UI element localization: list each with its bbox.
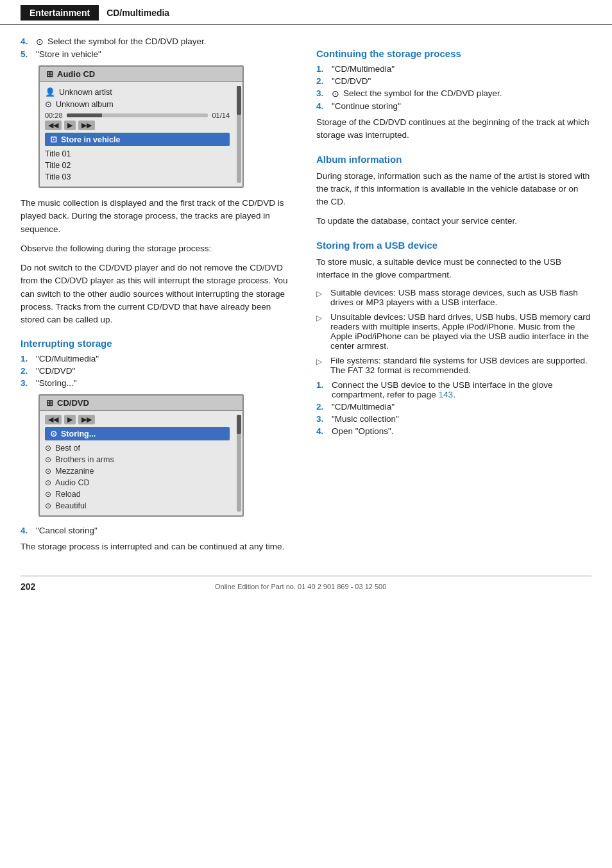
usb-step-4: 4. Open "Options".: [316, 426, 591, 436]
usb-bullet-1-text: Suitable devices: USB mass storage devic…: [330, 288, 591, 307]
next-btn[interactable]: ▶▶: [78, 121, 95, 130]
para-2: Observe the following during the storage…: [21, 242, 296, 255]
usb-bullet-1: ▷ Suitable devices: USB mass storage dev…: [316, 288, 591, 307]
step-5-num: 5.: [21, 49, 32, 59]
cont-step-3: 3. ⊙ Select the symbol for the CD/DVD pl…: [316, 88, 591, 99]
album-para-1: During storage, information such as the …: [316, 170, 591, 209]
usb-step-4-num: 4.: [316, 426, 328, 436]
progress-fill: [67, 113, 102, 117]
tab-entertainment[interactable]: Entertainment: [21, 5, 99, 21]
usb-step-4-text: Open "Options".: [332, 426, 394, 436]
store-icon: ⊡: [50, 135, 57, 144]
page-143-link[interactable]: 143: [439, 390, 454, 399]
left-column: 4. ⊙ Select the symbol for the CD/DVD pl…: [21, 37, 296, 560]
int-step-2-text: "CD/DVD": [36, 366, 75, 376]
cont-step-4-num: 4.: [316, 101, 328, 111]
int-step-3-num: 3.: [21, 378, 32, 388]
bullet-arrow-2: ▷: [316, 313, 325, 322]
para-3: Do not switch to the CD/DVD player and d…: [21, 262, 296, 326]
mezzanine-icon: ⊙: [45, 467, 51, 476]
cont-step-2: 2. "CD/DVD": [316, 76, 591, 86]
usb-step-2: 2. "CD/Multimedia": [316, 402, 591, 412]
cd-play-btn[interactable]: ▶: [64, 415, 76, 424]
time-left: 00:28: [45, 112, 63, 119]
right-column: Continuing the storage process 1. "CD/Mu…: [316, 37, 591, 560]
cont-step-3-num: 3.: [316, 88, 328, 98]
scrollbar-thumb: [237, 86, 241, 115]
bullet-arrow-1: ▷: [316, 289, 325, 298]
usb-step-1: 1. Connect the USB device to the USB int…: [316, 380, 591, 399]
cont-step-3-icon: ⊙: [332, 88, 339, 99]
brothers-row: ⊙ Brothers in arms: [45, 454, 230, 465]
storing-item[interactable]: ⊙ Storing...: [45, 427, 230, 440]
usb-step-3-num: 3.: [316, 414, 328, 424]
progress-row: 00:28 01/14: [45, 110, 230, 121]
para-1: The music collection is displayed and th…: [21, 197, 296, 236]
brothers-icon: ⊙: [45, 455, 51, 464]
audio-cd-row: ⊙ Audio CD: [45, 477, 230, 488]
cont-step-2-text: "CD/DVD": [332, 76, 371, 86]
usb-step-2-text: "CD/Multimedia": [332, 402, 395, 412]
storing-icon: ⊙: [50, 429, 57, 438]
int-step-1-text: "CD/Multimedia": [36, 354, 99, 363]
usb-bullet-3: ▷ File systems: standard file systems fo…: [316, 356, 591, 375]
int-step-4: 4. "Cancel storing": [21, 526, 296, 535]
best-of-icon: ⊙: [45, 444, 51, 453]
cont-step-2-num: 2.: [316, 76, 328, 86]
footer-note: Online Edition for Part no. 01 40 2 901 …: [35, 583, 566, 590]
album-row: ⊙ Unknown album: [45, 98, 230, 110]
usb-step-3-text: "Music collection": [332, 414, 399, 424]
progress-bar: [67, 113, 208, 117]
title3-row: Title 03: [45, 171, 230, 183]
cd-dvd-icon: ⊞: [46, 398, 53, 408]
para-4: The storage process is interrupted and c…: [21, 540, 296, 553]
play-btn[interactable]: ▶: [64, 121, 76, 130]
album-info-heading: Album information: [316, 154, 591, 165]
cont-step-4-text: "Continue storing": [332, 101, 401, 111]
usb-bullet-2-text: Unsuitable devices: USB hard drives, USB…: [330, 312, 591, 351]
prev-btn[interactable]: ◀◀: [45, 121, 62, 130]
int-step-2: 2. "CD/DVD": [21, 366, 296, 376]
usb-bullet-3-text: File systems: standard file systems for …: [330, 356, 591, 375]
scrollbar[interactable]: [237, 86, 241, 183]
tab-cd-multimedia[interactable]: CD/multimedia: [106, 8, 169, 18]
store-in-vehicle-item[interactable]: ⊡ Store in vehicle: [45, 133, 230, 146]
interrupting-heading: Interrupting storage: [21, 338, 296, 349]
bullet-arrow-3: ▷: [316, 357, 325, 366]
reload-row: ⊙ Reload: [45, 488, 230, 500]
page-footer: 202 Online Edition for Part no. 01 40 2 …: [21, 576, 591, 597]
cont-step-3-text: Select the symbol for the CD/DVD player.: [343, 88, 502, 98]
audio-cd-row-icon: ⊙: [45, 478, 51, 487]
beautiful-row: ⊙ Beautiful: [45, 500, 230, 512]
audio-cd-title: ⊞ Audio CD: [40, 67, 242, 82]
album-text: Unknown album: [56, 100, 114, 109]
int-step-1: 1. "CD/Multimedia": [21, 354, 296, 363]
int-step-3: 3. "Storing...": [21, 378, 296, 388]
int-step-2-num: 2.: [21, 366, 32, 376]
cont-step-1-num: 1.: [316, 64, 328, 74]
usb-bullet-2: ▷ Unsuitable devices: USB hard drives, U…: [316, 312, 591, 351]
audio-cd-icon: ⊞: [46, 69, 53, 79]
usb-step-2-num: 2.: [316, 402, 328, 412]
title2-row: Title 02: [45, 160, 230, 171]
step-5-text: "Store in vehicle": [36, 49, 101, 59]
album-icon: ⊙: [45, 99, 52, 109]
cd-next-btn[interactable]: ▶▶: [78, 415, 95, 424]
audio-cd-mockup: ⊞ Audio CD 👤 Unknown artist ⊙ Unknown al…: [38, 65, 244, 188]
cd-dvd-scrollbar-thumb: [237, 415, 241, 434]
cont-step-1-text: "CD/Multimedia": [332, 64, 395, 74]
usb-heading: Storing from a USB device: [316, 240, 591, 251]
cd-prev-btn[interactable]: ◀◀: [45, 415, 62, 424]
int-step-1-num: 1.: [21, 354, 32, 363]
title1-row: Title 01: [45, 148, 230, 160]
cont-step-4: 4. "Continue storing": [316, 101, 591, 111]
step-4: 4. ⊙ Select the symbol for the CD/DVD pl…: [21, 37, 296, 47]
step-5: 5. "Store in vehicle": [21, 49, 296, 59]
cd-dvd-mockup: ⊞ CD/DVD ◀◀ ▶ ▶▶ ⊙ Storing...: [38, 394, 244, 517]
artist-icon: 👤: [45, 87, 55, 97]
cont-para: Storage of the CD/DVD continues at the b…: [316, 116, 591, 142]
int-step-4-num: 4.: [21, 526, 32, 535]
cd-dvd-scrollbar[interactable]: [237, 415, 241, 512]
continuing-heading: Continuing the storage process: [316, 48, 591, 59]
beautiful-icon: ⊙: [45, 501, 51, 510]
